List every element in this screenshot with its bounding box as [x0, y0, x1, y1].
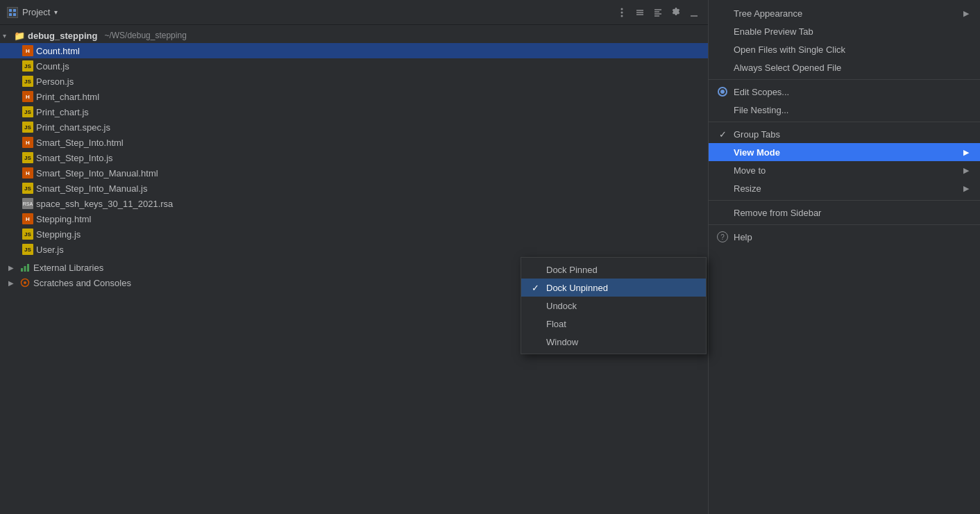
file-label: Person.js	[36, 76, 74, 87]
folder-icon: 📁	[14, 30, 25, 41]
list-item[interactable]: H Print_chart.html	[0, 89, 708, 104]
list-item[interactable]: JS Smart_Step_Into.js	[0, 150, 708, 165]
menu-check-help: ?	[717, 231, 728, 242]
sub-label-float: Float	[546, 319, 566, 329]
question-mark-icon: ?	[717, 231, 728, 242]
menu-check-edit-scopes	[717, 87, 728, 97]
list-item[interactable]: JS Smart_Step_Into_Manual.js	[0, 181, 708, 196]
html-file-icon: H	[22, 167, 33, 179]
menu-item-help[interactable]: ? Help	[709, 228, 980, 246]
menu-separator-2	[709, 122, 980, 122]
external-libraries-label: External Libraries	[33, 263, 103, 273]
menu-label-enable-preview-tab: Enable Preview Tab	[734, 26, 969, 37]
list-item[interactable]: H Smart_Step_Into.html	[0, 135, 708, 150]
file-label: Smart_Step_Into.html	[36, 138, 124, 148]
js-file-icon: JS	[22, 60, 33, 72]
menu-arrow-view-mode: ▶	[963, 148, 969, 157]
menu-label-view-mode: View Mode	[734, 147, 958, 158]
list-item[interactable]: JS Print_chart.js	[0, 104, 708, 119]
file-label: space_ssh_keys_30_11_2021.rsa	[36, 199, 173, 209]
menu-label-file-nesting: File Nesting...	[734, 105, 969, 115]
menu-arrow-move-to: ▶	[963, 166, 969, 175]
folder-chevron: ▾	[3, 32, 11, 40]
menu-item-view-mode[interactable]: View Mode ▶	[709, 143, 980, 161]
external-libs-chevron: ▶	[8, 264, 17, 272]
submenu-item-dock-pinned[interactable]: Dock Pinned	[521, 260, 706, 279]
minimize-icon[interactable]	[687, 6, 701, 19]
html-file-icon: H	[22, 45, 33, 56]
panel-title-chevron[interactable]: ▾	[54, 8, 58, 16]
root-folder-label: debug_stepping	[28, 31, 97, 41]
file-label: Stepping.html	[36, 214, 92, 224]
menu-label-open-files-single-click: Open Files with Single Click	[734, 44, 969, 55]
menu-arrow-tree-appearance: ▶	[963, 9, 969, 18]
menu-item-group-tabs[interactable]: ✓ Group Tabs	[709, 125, 980, 143]
svg-rect-16	[24, 266, 26, 272]
svg-point-5	[621, 11, 623, 13]
js-file-icon: JS	[22, 76, 33, 87]
submenu-item-undock[interactable]: Undock	[521, 297, 706, 315]
settings-icon[interactable]	[669, 6, 683, 19]
html-file-icon: H	[22, 137, 33, 148]
menu-separator-4	[709, 224, 980, 225]
file-label: Smart_Step_Into_Manual.js	[36, 183, 147, 194]
file-label: Smart_Step_Into.js	[36, 153, 113, 163]
external-libs-icon	[19, 262, 31, 273]
svg-point-4	[621, 8, 623, 10]
menu-label-resize: Resize	[734, 183, 958, 194]
menu-item-open-files-single-click[interactable]: Open Files with Single Click	[709, 40, 980, 58]
sub-label-window: Window	[546, 337, 578, 347]
menu-item-tree-appearance[interactable]: Tree Appearance ▶	[709, 4, 980, 22]
menu-label-tree-appearance: Tree Appearance	[734, 8, 958, 19]
svg-rect-0	[9, 9, 12, 12]
submenu-item-dock-unpinned[interactable]: ✓ Dock Unpinned	[521, 279, 706, 297]
list-item[interactable]: JS Stepping.js	[0, 226, 708, 242]
menu-check-group-tabs: ✓	[717, 129, 728, 140]
menu-item-remove-sidebar[interactable]: Remove from Sidebar	[709, 204, 980, 222]
toolbar-icon-1[interactable]	[615, 6, 629, 19]
file-label: Count.js	[36, 61, 69, 72]
html-file-icon: H	[22, 213, 33, 224]
root-folder[interactable]: ▾ 📁 debug_stepping ~/WS/debug_stepping	[0, 28, 708, 43]
menu-separator-3	[709, 200, 980, 201]
list-item[interactable]: JS Person.js	[0, 74, 708, 89]
list-item[interactable]: H Stepping.html	[0, 211, 708, 226]
js-file-icon: JS	[22, 183, 33, 194]
menu-item-move-to[interactable]: Move to ▶	[709, 161, 980, 179]
menu-label-edit-scopes: Edit Scopes...	[734, 87, 969, 97]
submenu-item-float[interactable]: Float	[521, 315, 706, 333]
toolbar-icon-3[interactable]	[651, 6, 665, 19]
file-label: Print_chart.js	[36, 107, 89, 117]
menu-item-always-select[interactable]: Always Select Opened File	[709, 58, 980, 76]
radio-filled-icon	[718, 87, 727, 97]
submenu-item-window[interactable]: Window	[521, 333, 706, 351]
sub-label-undock: Undock	[546, 301, 577, 311]
svg-rect-2	[9, 13, 12, 16]
menu-item-file-nesting[interactable]: File Nesting...	[709, 101, 980, 119]
list-item[interactable]: JS Count.js	[0, 58, 708, 74]
file-label: Smart_Step_Into_Manual.html	[36, 168, 158, 179]
js-file-icon: JS	[22, 122, 33, 133]
menu-label-remove-sidebar: Remove from Sidebar	[734, 208, 969, 218]
file-label: Print_chart.spec.js	[36, 122, 110, 133]
menu-item-resize[interactable]: Resize ▶	[709, 179, 980, 197]
list-item[interactable]: JS User.js	[0, 242, 708, 257]
list-item[interactable]: H Smart_Step_Into_Manual.html	[0, 165, 708, 181]
toolbar-icon-2[interactable]	[633, 6, 647, 19]
list-item[interactable]: H Count.html	[0, 43, 708, 58]
list-item[interactable]: JS Print_chart.spec.js	[0, 119, 708, 135]
list-item[interactable]: RSA space_ssh_keys_30_11_2021.rsa	[0, 196, 708, 211]
submenu-viewmode: Dock Pinned ✓ Dock Unpinned Undock Float…	[521, 257, 707, 354]
menu-label-help: Help	[734, 232, 969, 242]
root-folder-path: ~/WS/debug_stepping	[104, 31, 186, 40]
sub-check-dock-unpinned: ✓	[530, 283, 541, 293]
svg-point-6	[621, 15, 623, 17]
menu-item-edit-scopes[interactable]: Edit Scopes...	[709, 83, 980, 101]
panel-header: Project ▾	[0, 0, 708, 25]
menu-label-always-select: Always Select Opened File	[734, 63, 969, 73]
menu-separator-1	[709, 79, 980, 80]
menu-arrow-resize: ▶	[963, 184, 969, 193]
menu-item-enable-preview-tab[interactable]: Enable Preview Tab	[709, 22, 980, 40]
html-file-icon: H	[22, 91, 33, 102]
js-file-icon: JS	[22, 244, 33, 255]
